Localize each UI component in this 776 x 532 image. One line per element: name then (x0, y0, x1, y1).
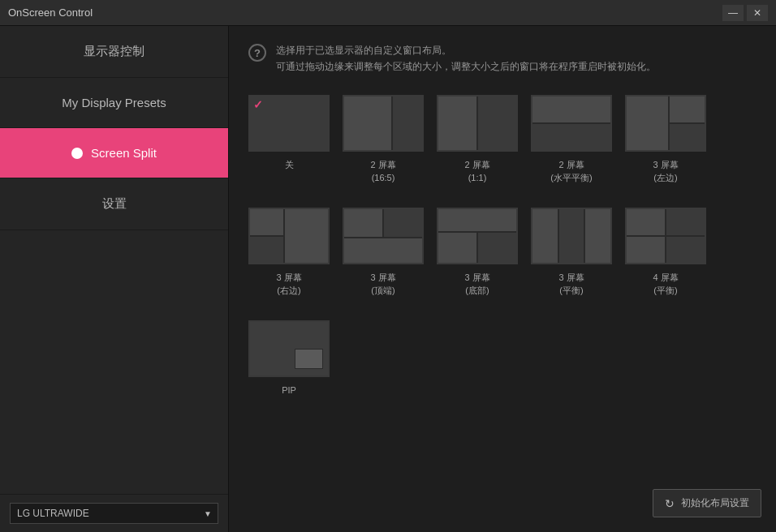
title-bar: OnScreen Control — ✕ (0, 0, 776, 26)
preset-thumb-3screen-bottom (437, 208, 518, 264)
preset-2screen-h[interactable]: 2 屏幕(水平平衡) (531, 95, 612, 185)
preset-thumb-4screen-balance (625, 208, 706, 264)
sidebar-item-display-presets[interactable]: My Display Presets (0, 78, 228, 128)
preset-thumb-pip (248, 320, 330, 377)
info-text: 选择用于已选显示器的自定义窗口布局。 可通过拖动边缘来调整每个区域的大小，调整大… (276, 42, 656, 75)
monitor-select-wrapper: LG ULTRAWIDE ▼ (10, 503, 218, 524)
presets-row-2: 3 屏幕(右边) (248, 208, 757, 298)
preset-off[interactable]: 关 (248, 95, 330, 172)
preset-label-2screen-h: 2 屏幕(水平平衡) (550, 158, 592, 185)
active-dot (71, 148, 83, 159)
app-body: 显示器控制 My Display Presets Screen Split 设置… (0, 26, 776, 532)
preset-3screen-bottom[interactable]: 3 屏幕(底部) (437, 208, 518, 298)
close-button[interactable]: ✕ (747, 5, 768, 21)
preset-thumb-off (248, 95, 330, 152)
sidebar-item-screen-split[interactable]: Screen Split (0, 128, 228, 178)
window-controls: — ✕ (722, 5, 768, 21)
presets-section: 关 2 屏幕(16:5) (248, 95, 757, 397)
content-wrapper: ? 选择用于已选显示器的自定义窗口布局。 可通过拖动边缘来调整每个区域的大小，调… (229, 26, 776, 532)
reset-layout-button[interactable]: ↻ 初始化布局设置 (653, 489, 761, 517)
info-box: ? 选择用于已选显示器的自定义窗口布局。 可通过拖动边缘来调整每个区域的大小，调… (248, 42, 757, 75)
preset-label-pip: PIP (282, 384, 296, 397)
sidebar: 显示器控制 My Display Presets Screen Split 设置… (0, 26, 229, 532)
sidebar-item-settings[interactable]: 设置 (0, 178, 228, 230)
preset-3screen-top[interactable]: 3 屏幕(顶端) (343, 208, 424, 298)
preset-label-off: 关 (285, 158, 294, 172)
monitor-select[interactable]: LG ULTRAWIDE (10, 503, 218, 524)
sidebar-item-monitor-control[interactable]: 显示器控制 (0, 26, 228, 78)
preset-2screen-1-1[interactable]: 2 屏幕(1:1) (437, 95, 518, 185)
preset-label-3screen-balance: 3 屏幕(平衡) (558, 271, 584, 298)
preset-thumb-2screen-16-5 (343, 95, 424, 152)
preset-thumb-3screen-right (248, 208, 330, 264)
preset-thumb-3screen-top (343, 208, 424, 264)
preset-2screen-16-5[interactable]: 2 屏幕(16:5) (343, 95, 424, 185)
preset-4screen-balance[interactable]: 4 屏幕(平衡) (625, 208, 706, 298)
presets-row-1: 关 2 屏幕(16:5) (248, 95, 757, 185)
reset-icon: ↻ (665, 497, 675, 510)
preset-thumb-3screen-balance (531, 208, 612, 264)
pip-small-window (295, 349, 323, 369)
preset-pip[interactable]: PIP (248, 320, 330, 397)
preset-label-3screen-top: 3 屏幕(顶端) (370, 271, 395, 298)
preset-thumb-3screen-left (625, 95, 706, 152)
main-content: ? 选择用于已选显示器的自定义窗口布局。 可通过拖动边缘来调整每个区域的大小，调… (229, 26, 776, 413)
app-title: OnScreen Control (8, 6, 93, 19)
sidebar-bottom: LG ULTRAWIDE ▼ (0, 494, 228, 532)
preset-3screen-left[interactable]: 3 屏幕(左边) (625, 95, 706, 185)
preset-label-3screen-right: 3 屏幕(右边) (276, 271, 301, 298)
preset-thumb-2screen-1-1 (437, 95, 518, 152)
preset-label-3screen-left: 3 屏幕(左边) (653, 158, 678, 185)
preset-3screen-balance[interactable]: 3 屏幕(平衡) (531, 208, 612, 298)
preset-3screen-right[interactable]: 3 屏幕(右边) (248, 208, 330, 298)
preset-thumb-2screen-h (531, 95, 612, 152)
presets-row-3: PIP (248, 320, 757, 397)
preset-label-3screen-bottom: 3 屏幕(底部) (464, 271, 489, 298)
preset-label-2screen-16-5: 2 屏幕(16:5) (370, 158, 395, 185)
sidebar-spacer (0, 230, 228, 494)
preset-label-4screen-balance: 4 屏幕(平衡) (653, 271, 678, 298)
preset-label-2screen-1-1: 2 屏幕(1:1) (464, 158, 489, 185)
info-icon: ? (248, 44, 266, 62)
minimize-button[interactable]: — (722, 5, 744, 21)
reset-button-container: ↻ 初始化布局设置 (653, 489, 761, 517)
